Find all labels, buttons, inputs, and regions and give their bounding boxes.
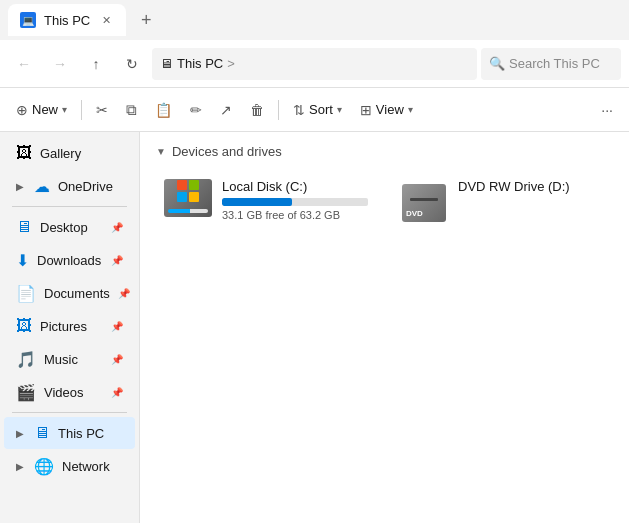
sort-button[interactable]: ⇅ Sort ▾ bbox=[285, 94, 350, 126]
sidebar-item-label-music: Music bbox=[44, 352, 103, 367]
documents-icon: 📄 bbox=[16, 284, 36, 303]
sidebar: 🖼 Gallery ▶ ☁ OneDrive 🖥 Desktop 📌 ⬇ Dow… bbox=[0, 132, 140, 523]
onedrive-chevron-icon: ▶ bbox=[16, 181, 24, 192]
local-disk-name: Local Disk (C:) bbox=[222, 179, 368, 194]
desktop-icon: 🖥 bbox=[16, 218, 32, 236]
address-path[interactable]: 🖥 This PC > bbox=[152, 48, 477, 80]
local-disk-progress-wrap bbox=[222, 198, 368, 206]
this-pc-icon: 🖥 bbox=[34, 424, 50, 442]
win-sq-green bbox=[189, 180, 199, 190]
new-tab-button[interactable]: + bbox=[130, 4, 162, 36]
sidebar-item-label-videos: Videos bbox=[44, 385, 103, 400]
new-chevron-icon: ▾ bbox=[62, 104, 67, 115]
sidebar-divider-2 bbox=[12, 412, 127, 413]
new-button[interactable]: ⊕ New ▾ bbox=[8, 94, 75, 126]
sort-chevron-icon: ▾ bbox=[337, 104, 342, 115]
sidebar-item-label-documents: Documents bbox=[44, 286, 110, 301]
sidebar-item-pictures[interactable]: 🖼 Pictures 📌 bbox=[4, 310, 135, 342]
sidebar-item-label-pictures: Pictures bbox=[40, 319, 103, 334]
back-button[interactable]: ← bbox=[8, 48, 40, 80]
cut-icon: ✂ bbox=[96, 102, 108, 118]
paste-icon: 📋 bbox=[155, 102, 172, 118]
sidebar-item-videos[interactable]: 🎬 Videos 📌 bbox=[4, 376, 135, 408]
rename-icon: ✏ bbox=[190, 102, 202, 118]
sidebar-item-music[interactable]: 🎵 Music 📌 bbox=[4, 343, 135, 375]
win-sq-red bbox=[177, 180, 187, 190]
location-icon: 🖥 bbox=[160, 56, 173, 71]
pin-icon-videos: 📌 bbox=[111, 387, 123, 398]
sidebar-item-downloads[interactable]: ⬇ Downloads 📌 bbox=[4, 244, 135, 276]
windows-logo bbox=[177, 180, 199, 202]
local-disk-info: Local Disk (C:) 33.1 GB free of 63.2 GB bbox=[222, 179, 368, 221]
more-button[interactable]: ··· bbox=[593, 94, 621, 126]
tab-icon bbox=[20, 12, 36, 28]
sidebar-item-label-gallery: Gallery bbox=[40, 146, 123, 161]
content-area: ▼ Devices and drives bbox=[140, 132, 629, 523]
toolbar-separator-1 bbox=[81, 100, 82, 120]
path-separator: > bbox=[227, 56, 235, 71]
dvd-drive-info: DVD RW Drive (D:) bbox=[458, 179, 604, 198]
view-button[interactable]: ⊞ View ▾ bbox=[352, 94, 421, 126]
sidebar-item-label-this-pc: This PC bbox=[58, 426, 123, 441]
downloads-icon: ⬇ bbox=[16, 251, 29, 270]
rename-button[interactable]: ✏ bbox=[182, 94, 210, 126]
drive-item-dvd[interactable]: DVD RW Drive (D:) bbox=[392, 171, 612, 235]
win-sq-blue bbox=[177, 192, 187, 202]
pin-icon-pictures: 📌 bbox=[111, 321, 123, 332]
cut-button[interactable]: ✂ bbox=[88, 94, 116, 126]
view-label: View bbox=[376, 102, 404, 117]
new-icon: ⊕ bbox=[16, 102, 28, 118]
dvd-icon-wrap bbox=[400, 179, 448, 227]
gallery-icon: 🖼 bbox=[16, 144, 32, 162]
view-icon: ⊞ bbox=[360, 102, 372, 118]
network-chevron-icon: ▶ bbox=[16, 461, 24, 472]
main-layout: 🖼 Gallery ▶ ☁ OneDrive 🖥 Desktop 📌 ⬇ Dow… bbox=[0, 132, 629, 523]
search-box[interactable]: 🔍 Search This PC bbox=[481, 48, 621, 80]
pin-icon-documents: 📌 bbox=[118, 288, 130, 299]
copy-icon: ⧉ bbox=[126, 101, 137, 119]
section-chevron-icon[interactable]: ▼ bbox=[156, 146, 166, 157]
sidebar-item-label-onedrive: OneDrive bbox=[58, 179, 123, 194]
tab-this-pc[interactable]: This PC ✕ bbox=[8, 4, 126, 36]
pin-icon-music: 📌 bbox=[111, 354, 123, 365]
sidebar-item-gallery[interactable]: 🖼 Gallery bbox=[4, 137, 135, 169]
local-disk-space: 33.1 GB free of 63.2 GB bbox=[222, 209, 368, 221]
toolbar-separator-2 bbox=[278, 100, 279, 120]
path-this-pc: This PC bbox=[177, 56, 223, 71]
sidebar-item-this-pc[interactable]: ▶ 🖥 This PC bbox=[4, 417, 135, 449]
view-chevron-icon: ▾ bbox=[408, 104, 413, 115]
dvd-slot bbox=[410, 198, 438, 201]
pictures-icon: 🖼 bbox=[16, 317, 32, 335]
local-disk-progress-fill bbox=[222, 198, 292, 206]
drives-grid: Local Disk (C:) 33.1 GB free of 63.2 GB … bbox=[156, 171, 613, 235]
sidebar-divider-1 bbox=[12, 206, 127, 207]
addressbar: ← → ↑ ↻ 🖥 This PC > 🔍 Search This PC bbox=[0, 40, 629, 88]
pin-icon-desktop: 📌 bbox=[111, 222, 123, 233]
sidebar-item-documents[interactable]: 📄 Documents 📌 bbox=[4, 277, 135, 309]
search-icon: 🔍 bbox=[489, 56, 505, 71]
tab-label: This PC bbox=[44, 13, 90, 28]
paste-button[interactable]: 📋 bbox=[147, 94, 180, 126]
pin-icon-downloads: 📌 bbox=[111, 255, 123, 266]
titlebar: This PC ✕ + bbox=[0, 0, 629, 40]
sidebar-item-desktop[interactable]: 🖥 Desktop 📌 bbox=[4, 211, 135, 243]
sidebar-item-onedrive[interactable]: ▶ ☁ OneDrive bbox=[4, 170, 135, 202]
refresh-button[interactable]: ↻ bbox=[116, 48, 148, 80]
section-header-devices: ▼ Devices and drives bbox=[156, 144, 613, 159]
more-icon: ··· bbox=[601, 102, 613, 118]
hdd-top bbox=[164, 179, 212, 203]
copy-button[interactable]: ⧉ bbox=[118, 94, 145, 126]
delete-button[interactable]: 🗑 bbox=[242, 94, 272, 126]
forward-button[interactable]: → bbox=[44, 48, 76, 80]
drive-item-local-disk[interactable]: Local Disk (C:) 33.1 GB free of 63.2 GB bbox=[156, 171, 376, 235]
hdd-body bbox=[164, 179, 212, 217]
network-icon: 🌐 bbox=[34, 457, 54, 476]
sort-label: Sort bbox=[309, 102, 333, 117]
share-icon: ↗ bbox=[220, 102, 232, 118]
this-pc-chevron-icon: ▶ bbox=[16, 428, 24, 439]
sidebar-item-network[interactable]: ▶ 🌐 Network bbox=[4, 450, 135, 482]
share-button[interactable]: ↗ bbox=[212, 94, 240, 126]
up-button[interactable]: ↑ bbox=[80, 48, 112, 80]
videos-icon: 🎬 bbox=[16, 383, 36, 402]
close-tab-button[interactable]: ✕ bbox=[98, 12, 114, 28]
